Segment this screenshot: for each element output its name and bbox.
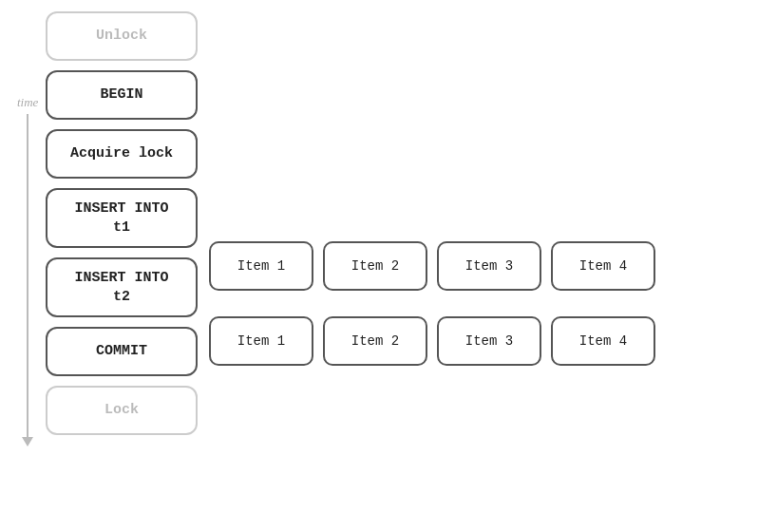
time-line	[27, 114, 28, 437]
insert-t1-label: INSERT INTO t1	[74, 200, 168, 237]
t1-item-1[interactable]: Item 1	[209, 241, 313, 291]
t2-item-2[interactable]: Item 2	[323, 316, 427, 366]
lock-label: Lock	[104, 401, 139, 420]
t2-item-4[interactable]: Item 4	[551, 316, 655, 366]
t1-item-3[interactable]: Item 3	[437, 241, 541, 291]
unlock-box[interactable]: Unlock	[46, 11, 198, 61]
time-label: time	[17, 95, 38, 110]
acquire-lock-label: Acquire lock	[70, 144, 173, 163]
t2-items-row: Item 1 Item 2 Item 3 Item 4	[209, 316, 655, 366]
diagram-container: time Unlock BEGIN Acquire lock INSERT IN…	[0, 0, 758, 532]
begin-label: BEGIN	[100, 86, 142, 104]
commit-label: COMMIT	[96, 342, 147, 361]
time-axis: time	[17, 95, 38, 446]
time-arrow-icon	[22, 437, 33, 446]
t1-item-2[interactable]: Item 2	[323, 241, 427, 291]
lock-box[interactable]: Lock	[46, 386, 198, 435]
left-column: Unlock BEGIN Acquire lock INSERT INTO t1…	[46, 11, 198, 435]
t1-item-4[interactable]: Item 4	[551, 241, 655, 291]
t2-item-3[interactable]: Item 3	[437, 316, 541, 366]
begin-box[interactable]: BEGIN	[46, 70, 198, 120]
t2-item-1[interactable]: Item 1	[209, 316, 313, 366]
commit-box[interactable]: COMMIT	[46, 327, 198, 376]
insert-t2-box[interactable]: INSERT INTO t2	[46, 257, 198, 317]
t1-items-row: Item 1 Item 2 Item 3 Item 4	[209, 241, 655, 291]
acquire-lock-box[interactable]: Acquire lock	[46, 129, 198, 179]
insert-t2-label: INSERT INTO t2	[74, 269, 168, 306]
unlock-label: Unlock	[96, 27, 147, 46]
insert-t1-box[interactable]: INSERT INTO t1	[46, 188, 198, 248]
